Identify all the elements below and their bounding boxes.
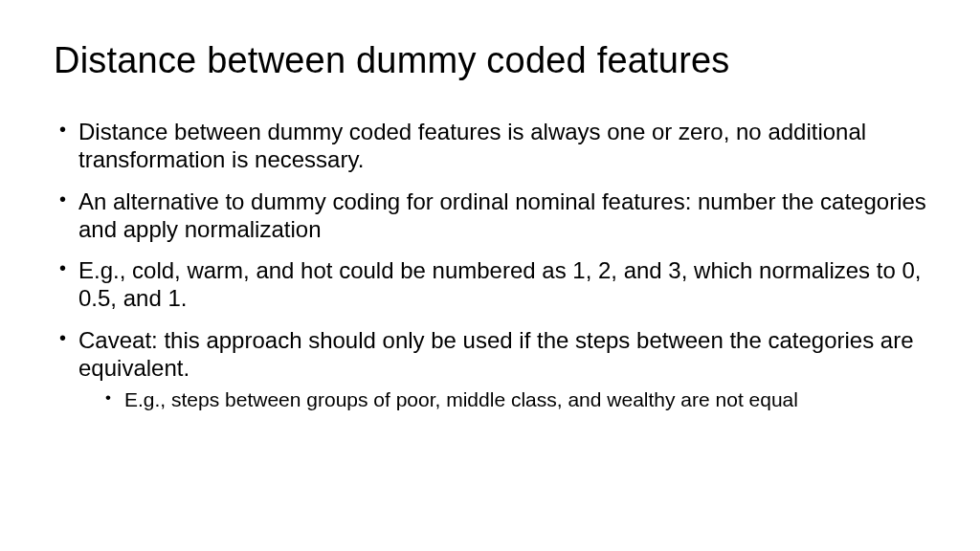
bullet-text: E.g., steps between groups of poor, midd… [124,388,798,410]
list-item: E.g., steps between groups of poor, midd… [103,387,926,412]
list-item: An alternative to dummy coding for ordin… [57,187,926,244]
bullet-text: Caveat: this approach should only be use… [78,327,914,381]
sub-bullet-list: E.g., steps between groups of poor, midd… [78,387,926,412]
bullet-text: An alternative to dummy coding for ordin… [78,188,926,242]
bullet-list: Distance between dummy coded features is… [54,118,926,412]
list-item: Caveat: this approach should only be use… [57,326,926,413]
list-item: Distance between dummy coded features is… [57,118,926,174]
list-item: E.g., cold, warm, and hot could be numbe… [57,256,926,313]
bullet-text: E.g., cold, warm, and hot could be numbe… [78,257,922,311]
bullet-text: Distance between dummy coded features is… [78,119,866,172]
slide-title: Distance between dummy coded features [54,40,926,81]
slide: Distance between dummy coded features Di… [0,0,980,551]
